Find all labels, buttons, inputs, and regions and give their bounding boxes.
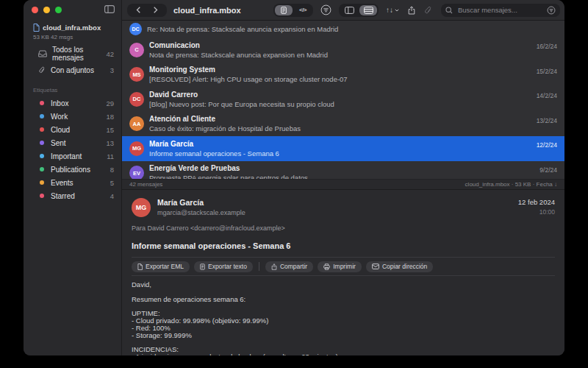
message-sender: Comunicacion (149, 41, 522, 49)
message-date: 9/2/24 (539, 166, 557, 174)
rendered-view-button[interactable] (275, 5, 293, 15)
sender-email: mgarcia@stackscale.example (157, 209, 245, 216)
label-count: 15 (106, 126, 114, 134)
mbox-file-name: cloud_infra.mbox (43, 24, 101, 32)
message-sender: María García (149, 140, 522, 148)
sidebar-item-all-messages[interactable]: Todos los mensajes 42 (24, 46, 121, 62)
message-row[interactable]: DC David Carrero [Blog] Nuevo post: Por … (122, 87, 564, 112)
label-name: Important (51, 152, 82, 160)
button-label: Imprimir (333, 263, 356, 270)
copy-address-button[interactable]: Copiar dirección (366, 261, 433, 272)
sidebar-label-important[interactable]: Important 11 (24, 149, 121, 163)
message-row[interactable]: C Comunicacion Nota de prensa: Stackscal… (122, 38, 564, 63)
button-label: Exportar EML (146, 263, 184, 270)
message-row[interactable]: EV Energía Verde de Pruebas Propuesta PP… (122, 161, 564, 180)
sidebar-label-publications[interactable]: Publications 8 (24, 163, 121, 176)
window-title: cloud_infra.mbox (173, 6, 241, 15)
zoom-window-button[interactable] (55, 7, 62, 13)
message-row-selected[interactable]: MG María García Informe semanal operacio… (122, 136, 564, 161)
message-row[interactable]: DC Re: Nota de prensa: Stackscale anunci… (122, 21, 564, 38)
search-filter-icon[interactable] (547, 6, 556, 15)
attachment-button[interactable] (424, 6, 432, 14)
file-icon (33, 24, 40, 32)
message-date: 14/2/24 (537, 92, 557, 99)
column-layout-button[interactable] (340, 5, 358, 15)
label-name: Starred (51, 192, 75, 200)
minimize-window-button[interactable] (43, 7, 50, 13)
sidebar-label-sent[interactable]: Sent 13 (24, 136, 121, 149)
label-count: 29 (106, 99, 114, 107)
label-color-dot (40, 141, 44, 145)
sort-arrows-icon: ↑↓ (386, 6, 393, 14)
label-count: 13 (106, 139, 114, 147)
message-subject: [Blog] Nuevo post: Por que Europa necesi… (149, 100, 522, 108)
print-button[interactable]: Imprimir (318, 261, 362, 272)
button-label: Compartir (280, 263, 307, 270)
message-sender: David Carrero (149, 91, 522, 99)
forward-button[interactable] (153, 7, 158, 13)
sidebar-toggle-icon[interactable] (104, 5, 115, 13)
sidebar-label-inbox[interactable]: Inbox 29 (24, 96, 121, 110)
avatar: DC (129, 92, 144, 107)
label-color-dot (40, 180, 44, 185)
message-subject: Informe semanal operaciones - Semana 6 (149, 149, 522, 158)
message-subject-title: Informe semanal operaciones - Semana 6 (132, 241, 555, 250)
label-color-dot (40, 194, 44, 198)
inbox-tray-icon (38, 50, 47, 57)
message-row[interactable]: MS Monitoring System [RESOLVED] Alert: H… (122, 63, 564, 88)
sidebar-label-work[interactable]: Work 18 (24, 110, 121, 123)
avatar: EV (129, 166, 144, 179)
label-color-dot (40, 127, 44, 132)
label-color-dot (40, 154, 44, 158)
sidebar-label-cloud[interactable]: Cloud 15 (24, 123, 121, 136)
list-status-bar: 42 mensajes cloud_infra.mbox · 53 KB · F… (122, 179, 564, 190)
label-count: 5 (110, 179, 114, 187)
message-detail-pane: MG María García mgarcia@stackscale.examp… (122, 190, 564, 355)
sidebar-label-starred[interactable]: Starred 4 (24, 189, 121, 202)
mbox-status-label: cloud_infra.mbox · 53 KB · Fecha ↓ (465, 181, 557, 188)
label-name: Publications (51, 166, 90, 174)
close-window-button[interactable] (32, 7, 38, 13)
avatar: AA (129, 116, 144, 131)
toolbar: cloud_infra.mbox </> (122, 0, 564, 21)
paperclip-icon (38, 66, 46, 74)
message-date: 12 feb 2024 (518, 198, 555, 206)
message-subject: Nota de prensa: Stackscale anuncia expan… (149, 51, 522, 59)
label-name: Work (51, 113, 68, 121)
search-input[interactable] (456, 5, 533, 15)
message-row[interactable]: AA Atención al Cliente Caso de éxito: mi… (122, 112, 564, 137)
share-button[interactable]: Compartir (265, 261, 313, 272)
filter-button[interactable] (320, 4, 331, 15)
labels-section-header: Etiquetas (33, 87, 121, 93)
message-date: 12/2/24 (537, 141, 557, 149)
sidebar-item-count: 3 (110, 66, 114, 74)
message-body: David, Resumen de operaciones semana 6: … (132, 281, 555, 355)
message-sender: Atención al Cliente (149, 115, 522, 123)
avatar: MS (129, 67, 144, 82)
message-subject: Caso de éxito: migración de Hospital de … (149, 124, 522, 132)
sidebar-item-attachments[interactable]: Con adjuntos 3 (24, 62, 121, 78)
mbox-file-meta: 53 KB 42 msgs (33, 34, 121, 40)
message-date: 13/2/24 (537, 117, 557, 124)
avatar: MG (129, 141, 144, 156)
recipient-line: Para David Carrero <dcarrero@infracloud.… (132, 224, 555, 232)
sort-button[interactable]: ↑↓ (386, 6, 399, 14)
back-button[interactable] (136, 7, 141, 13)
envelope-icon (372, 263, 379, 269)
sidebar-item-label: Con adjuntos (51, 66, 94, 74)
message-date: 16/2/24 (537, 43, 557, 50)
export-text-button[interactable]: Exportar texto (194, 261, 253, 272)
sidebar-item-label: Todos los mensajes (52, 46, 106, 62)
list-layout-button[interactable] (359, 5, 377, 15)
label-count: 4 (110, 192, 114, 200)
message-actions: Exportar EML Exportar texto Compartir (132, 258, 555, 275)
message-sender: Monitoring System (149, 66, 522, 74)
sidebar-label-events[interactable]: Events 5 (24, 176, 121, 189)
label-list: Inbox 29 Work 18 Cloud 15 Sent 13 Import… (24, 96, 121, 202)
export-eml-button[interactable]: Exportar EML (132, 261, 190, 272)
label-color-dot (40, 167, 44, 171)
search-field (441, 4, 560, 17)
share-button[interactable] (408, 6, 415, 15)
document-icon (200, 263, 205, 270)
source-view-button[interactable]: </> (294, 5, 312, 15)
